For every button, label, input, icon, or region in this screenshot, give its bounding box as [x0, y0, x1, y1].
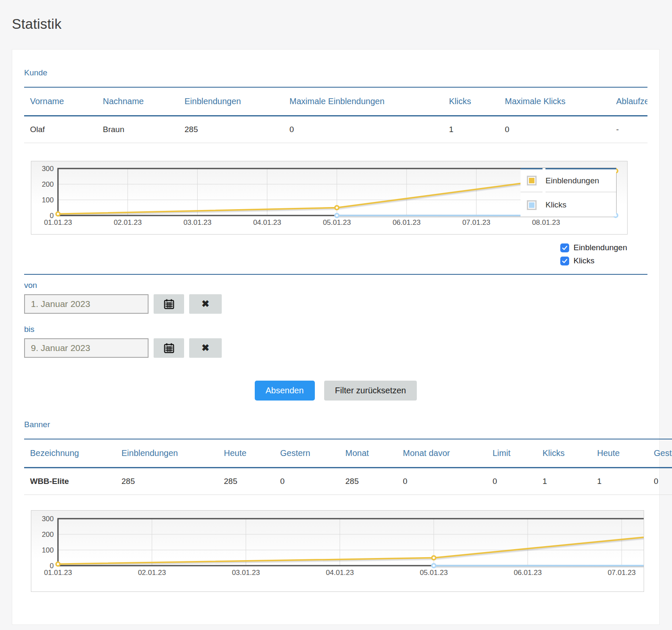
table-cell: Braun — [97, 116, 179, 143]
column-header[interactable]: Monat — [339, 439, 397, 468]
bis-input-row: ✖ — [24, 338, 647, 358]
table-cell: 1 — [591, 468, 648, 495]
column-header[interactable]: Limit — [487, 439, 537, 468]
svg-text:100: 100 — [42, 546, 54, 554]
column-header[interactable]: Einblendungen — [179, 87, 284, 116]
column-header[interactable]: Klicks — [537, 439, 591, 468]
absenden-button[interactable]: Absenden — [255, 381, 315, 401]
table-cell: 0 — [397, 468, 487, 495]
x-icon: ✖ — [201, 343, 209, 354]
legend-row: Klicks — [521, 192, 616, 216]
von-calendar-button[interactable] — [154, 294, 184, 314]
von-label: von — [24, 281, 647, 290]
svg-text:02.01.23: 02.01.23 — [114, 218, 142, 227]
toggle-label: Einblendungen — [573, 243, 627, 252]
svg-text:300: 300 — [42, 515, 54, 523]
section-divider — [24, 274, 647, 275]
table-cell: 0 — [499, 116, 610, 143]
bis-date-input[interactable] — [24, 338, 149, 358]
svg-text:06.01.23: 06.01.23 — [393, 218, 421, 227]
von-date-input[interactable] — [24, 294, 149, 314]
legend-row: Einblendungen — [521, 168, 616, 192]
table-cell: 0 — [648, 468, 672, 495]
svg-text:05.01.23: 05.01.23 — [323, 218, 351, 227]
kunde-chart: 010020030001.01.2302.01.2303.01.2304.01.… — [31, 161, 628, 235]
kunde-section-link[interactable]: Kunde — [24, 68, 47, 77]
table-cell: 0 — [274, 468, 339, 495]
column-header[interactable]: Gestern — [274, 439, 339, 468]
column-header[interactable]: Monat davor — [397, 439, 487, 468]
checkbox-einblendungen[interactable] — [560, 243, 569, 252]
column-header[interactable]: Klicks — [443, 87, 499, 116]
banner-section-link[interactable]: Banner — [24, 420, 50, 429]
toggle-label: Klicks — [573, 256, 595, 265]
column-header[interactable]: Gestern — [648, 439, 672, 468]
svg-text:01.01.23: 01.01.23 — [44, 218, 72, 227]
svg-text:05.01.23: 05.01.23 — [420, 569, 448, 577]
table-cell: 285 — [116, 468, 218, 495]
legend-swatch — [527, 200, 537, 210]
table-row: OlafBraun285010- — [24, 116, 647, 143]
svg-text:200: 200 — [42, 180, 54, 188]
table-cell: 0 — [284, 116, 443, 143]
svg-text:01.01.23: 01.01.23 — [44, 569, 72, 577]
svg-text:06.01.23: 06.01.23 — [514, 569, 542, 577]
banner-chart-svg: 010020030001.01.2302.01.2303.01.2304.01.… — [31, 511, 644, 591]
bis-label: bis — [24, 325, 647, 334]
form-buttons: Absenden Filter zurücksetzen — [24, 381, 647, 401]
filter-reset-button[interactable]: Filter zurücksetzen — [324, 381, 417, 401]
toggle-row: Klicks — [560, 256, 627, 265]
series-toggles: EinblendungenKlicks — [560, 243, 627, 265]
bis-clear-button[interactable]: ✖ — [189, 338, 222, 358]
svg-text:100: 100 — [42, 196, 54, 204]
table-cell: 285 — [218, 468, 274, 495]
legend-label: Einblendungen — [545, 168, 616, 192]
table-cell: 285 — [339, 468, 397, 495]
svg-text:02.01.23: 02.01.23 — [138, 569, 166, 577]
banner-table: BezeichnungEinblendungenHeuteGesternMona… — [24, 439, 672, 495]
svg-text:03.01.23: 03.01.23 — [183, 218, 211, 227]
table-cell: - — [610, 116, 647, 143]
svg-text:200: 200 — [42, 531, 54, 539]
checkbox-klicks[interactable] — [560, 257, 569, 265]
page: Statistik Kunde VornameNachnameEinblendu… — [0, 0, 672, 625]
svg-text:04.01.23: 04.01.23 — [326, 569, 354, 577]
svg-text:07.01.23: 07.01.23 — [462, 218, 490, 227]
column-header[interactable]: Heute — [218, 439, 274, 468]
x-icon: ✖ — [201, 298, 209, 309]
bis-calendar-button[interactable] — [154, 338, 184, 358]
column-header[interactable]: Nachname — [97, 87, 179, 116]
column-header[interactable]: Bezeichnung — [24, 439, 116, 468]
table-cell: WBB-Elite — [24, 468, 116, 495]
legend-swatch — [527, 176, 537, 185]
page-title: Statistik — [12, 16, 660, 32]
svg-text:03.01.23: 03.01.23 — [232, 569, 260, 577]
column-header[interactable]: Maximale Einblendungen — [284, 87, 443, 116]
column-header[interactable]: Heute — [591, 439, 648, 468]
banner-chart: 010020030001.01.2302.01.2303.01.2304.01.… — [31, 510, 644, 592]
calendar-icon — [163, 298, 175, 310]
column-header[interactable]: Einblendungen — [116, 439, 218, 468]
table-row: WBB-Elite2852850285001101 — [24, 468, 672, 495]
svg-text:04.01.23: 04.01.23 — [253, 218, 281, 227]
von-clear-button[interactable]: ✖ — [189, 294, 222, 314]
table-cell: 0 — [487, 468, 537, 495]
column-header[interactable]: Vorname — [24, 87, 97, 116]
calendar-icon — [163, 343, 175, 354]
table-cell: 1 — [537, 468, 591, 495]
column-header[interactable]: Maximale Klicks — [499, 87, 610, 116]
von-input-row: ✖ — [24, 294, 647, 314]
table-cell: Olaf — [24, 116, 97, 143]
svg-text:08.01.23: 08.01.23 — [532, 218, 560, 227]
chart-legend: EinblendungenKlicks — [521, 168, 616, 216]
kunde-table: VornameNachnameEinblendungenMaximale Ein… — [24, 87, 647, 143]
legend-label: Klicks — [545, 192, 616, 216]
svg-text:07.01.23: 07.01.23 — [608, 569, 636, 577]
table-cell: 285 — [179, 116, 284, 143]
toggle-row: Einblendungen — [560, 243, 627, 252]
svg-text:300: 300 — [42, 165, 54, 173]
column-header[interactable]: Ablaufzeitpunkt — [610, 87, 647, 116]
content-card: Kunde VornameNachnameEinblendungenMaxima… — [12, 49, 660, 625]
table-cell: 1 — [443, 116, 499, 143]
